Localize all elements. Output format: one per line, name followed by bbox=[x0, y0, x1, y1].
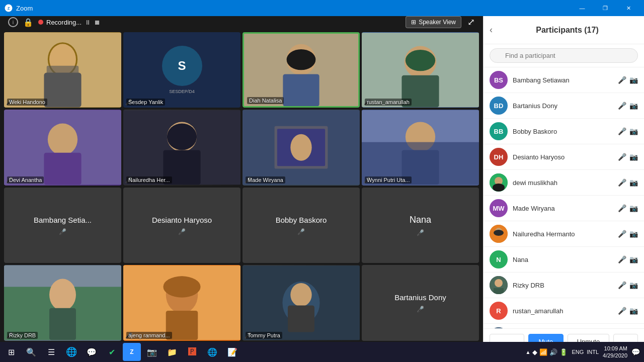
participant-name-rizky: Rizky DRB bbox=[513, 282, 613, 289]
svg-rect-63 bbox=[494, 230, 504, 236]
notification-icon[interactable]: 💬 bbox=[631, 348, 640, 356]
mute-indicator-rustan: 🎤 bbox=[618, 307, 626, 315]
close-button[interactable]: ✕ bbox=[617, 0, 640, 16]
browser-icon[interactable]: 🌐 bbox=[203, 343, 221, 361]
video-cell-tommy: 🎤 Tommy Putra bbox=[243, 265, 360, 340]
network-icon[interactable]: 📶 bbox=[539, 348, 547, 356]
task-view-icon[interactable]: ☰ bbox=[42, 343, 60, 361]
avatar-bartanius: BD bbox=[490, 97, 508, 115]
svg-point-40 bbox=[290, 283, 311, 307]
mute-indicator-bartanius: 🎤 bbox=[618, 102, 626, 110]
video-indicator-bobby: 📷 bbox=[629, 127, 638, 135]
avatar-rustan: R bbox=[490, 302, 508, 320]
name-tommy: Tommy Putra bbox=[246, 332, 282, 339]
participant-row: R rustan_amarullah 🎤 📷 bbox=[484, 298, 644, 324]
titlebar: Z Zoom — ❐ ✕ bbox=[0, 0, 644, 16]
speaker-view-button[interactable]: ⊞ Speaker View bbox=[406, 16, 461, 28]
word-icon[interactable]: 📝 bbox=[223, 343, 242, 361]
video-indicator-desianto: 📷 bbox=[629, 153, 638, 161]
participant-icons-bartanius: 🎤 📷 bbox=[618, 102, 638, 110]
svg-point-25 bbox=[290, 134, 311, 161]
edge-icon[interactable]: 🌐 bbox=[62, 343, 80, 361]
fullscreen-button[interactable]: ⤢ bbox=[467, 17, 475, 28]
name-desianto: Desianto Haryoso bbox=[152, 216, 212, 224]
svg-rect-66 bbox=[494, 288, 504, 294]
start-menu-icon[interactable]: ⊞ bbox=[2, 343, 20, 361]
mute-indicator-nana: 🎤 bbox=[618, 255, 626, 263]
titlebar-left: Z Zoom bbox=[4, 4, 33, 13]
video-cell-rizky: 🎤 Rizky DRB bbox=[4, 265, 121, 340]
search-input[interactable] bbox=[490, 48, 638, 63]
panel-header: ‹ Participants (17) bbox=[484, 16, 644, 44]
video-cell-devi: 🎤 Devi Anantha bbox=[4, 110, 121, 185]
camera-icon[interactable]: 📷 bbox=[143, 343, 161, 361]
participant-row: Nailuredha Hermanto 🎤 📷 bbox=[484, 221, 644, 247]
clock: 10:09 AM 4/29/2020 bbox=[603, 345, 627, 359]
video-indicator-bambang: 📷 bbox=[629, 76, 638, 84]
volume-icon[interactable]: 🔊 bbox=[549, 348, 557, 356]
date-display: 4/29/2020 bbox=[603, 352, 627, 359]
recording-dot bbox=[38, 20, 43, 25]
participant-name-rustan: rustan_amarullah bbox=[513, 307, 613, 315]
video-indicator-bartanius: 📷 bbox=[629, 102, 638, 110]
lock-icon: 🔒 bbox=[23, 18, 33, 27]
video-indicator-nailuredha: 📷 bbox=[629, 230, 638, 238]
panel-collapse-button[interactable]: ‹ bbox=[490, 25, 493, 35]
zoom-taskbar-icon[interactable]: Z bbox=[123, 343, 141, 361]
video-cell-made: 🎤 Made Wiryana bbox=[243, 110, 360, 185]
name-made: Made Wiryana bbox=[246, 176, 285, 184]
svg-rect-6 bbox=[47, 66, 79, 74]
participant-row: DH Desianto Haryoso 🎤 📷 bbox=[484, 144, 644, 170]
pause-recording-icon[interactable]: ⏸ bbox=[85, 19, 91, 26]
participant-icons-rustan: 🎤 📷 bbox=[618, 307, 638, 315]
svg-rect-9 bbox=[287, 49, 316, 70]
name-rizky: Rizky DRB bbox=[7, 332, 38, 339]
video-cell-weki: 🎤 Weki Handono bbox=[4, 32, 121, 108]
participant-icons-rizky: 🎤 📷 bbox=[618, 281, 638, 289]
svg-text:Z: Z bbox=[8, 6, 10, 11]
participant-row: Tommy Putra 🎤 📷 bbox=[484, 324, 644, 328]
minimize-button[interactable]: — bbox=[571, 0, 594, 16]
video-cell-rustan: 🎤 rustan_amarullah bbox=[362, 32, 479, 108]
chevron-up-icon[interactable]: ▲ bbox=[525, 349, 530, 355]
participant-icons-desianto: 🎤 📷 bbox=[618, 153, 638, 161]
mute-indicator-bobby: 🎤 bbox=[618, 127, 626, 135]
video-cell-ajeng: 🎤 ajeng ranmand... bbox=[123, 265, 240, 340]
teams-icon[interactable]: 💬 bbox=[83, 343, 101, 361]
mute-indicator-made: 🎤 bbox=[618, 204, 626, 212]
video-indicator-rizky: 📷 bbox=[629, 281, 638, 289]
video-indicator-nana: 📷 bbox=[629, 255, 638, 263]
participant-row: Rizky DRB 🎤 📷 bbox=[484, 273, 644, 298]
video-cell-diah: Diah Natalisa bbox=[243, 32, 360, 108]
avatar-bobby: BB bbox=[490, 122, 508, 140]
avatar-nailuredha bbox=[490, 225, 508, 243]
explorer-icon[interactable]: 📁 bbox=[163, 343, 181, 361]
participant-icons-nana: 🎤 📷 bbox=[618, 255, 638, 263]
taskbar-right: ▲ ◆ 📶 🔊 🔋 ENG INTL 10:09 AM 4/29/2020 💬 bbox=[525, 345, 642, 359]
panel-title: Participants (17) bbox=[497, 26, 638, 35]
info-icon[interactable]: i bbox=[8, 17, 18, 27]
participant-icons-made: 🎤 📷 bbox=[618, 204, 638, 212]
participant-icons-nailuredha: 🎤 📷 bbox=[618, 230, 638, 238]
name-wynni: Wynni Putri Uta... bbox=[365, 176, 412, 184]
stop-recording-icon[interactable]: ⏹ bbox=[94, 19, 101, 26]
svg-point-16 bbox=[48, 124, 77, 156]
participant-row: MW Made Wiryana 🎤 📷 bbox=[484, 196, 644, 221]
name-rustan: rustan_amarullah bbox=[365, 99, 412, 106]
recording-label: Recording... bbox=[46, 19, 82, 26]
powerpoint-icon[interactable]: 🅿 bbox=[183, 343, 201, 361]
ime-icon: INTL bbox=[587, 349, 599, 355]
avatar-dewi bbox=[490, 173, 508, 192]
avatar-nana: N bbox=[490, 250, 508, 268]
todo-icon[interactable]: ✔ bbox=[103, 343, 121, 361]
name-ajeng: ajeng ranmand... bbox=[126, 332, 172, 339]
restore-button[interactable]: ❐ bbox=[594, 0, 617, 16]
name-nana: Nana bbox=[410, 215, 431, 225]
participant-name-made: Made Wiryana bbox=[513, 205, 613, 212]
dropbox-icon[interactable]: ◆ bbox=[532, 348, 537, 356]
search-taskbar-icon[interactable]: 🔍 bbox=[22, 343, 40, 361]
top-bar: i 🔒 Recording... ⏸ ⏹ ⊞ Speaker View ⤢ bbox=[0, 16, 483, 28]
language-label: ENG bbox=[572, 349, 584, 355]
mute-indicator-bambang: 🎤 bbox=[618, 76, 626, 84]
mute-indicator-desianto: 🎤 bbox=[618, 153, 626, 161]
